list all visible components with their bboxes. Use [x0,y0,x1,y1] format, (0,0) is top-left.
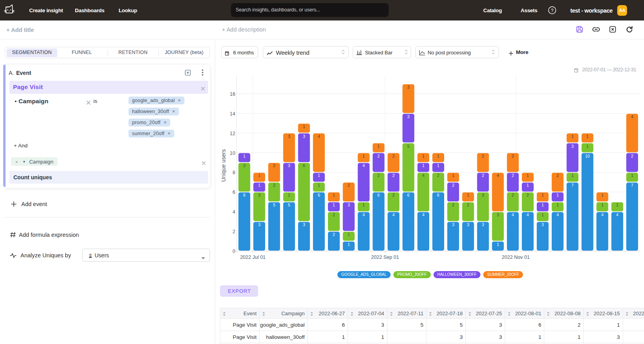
svg-text:1: 1 [437,154,439,158]
svg-text:1: 1 [452,173,454,178]
svg-text:6: 6 [303,163,305,168]
svg-text:1: 1 [348,232,350,237]
svg-text:1: 1 [467,193,469,197]
svg-text:2: 2 [557,173,559,178]
svg-text:3: 3 [571,144,574,149]
svg-text:5: 5 [273,203,275,207]
svg-text:2: 2 [512,193,514,197]
svg-text:2: 2 [527,193,529,197]
svg-text:3: 3 [542,222,544,227]
svg-text:7: 7 [571,183,574,188]
svg-text:1: 1 [571,173,574,178]
svg-text:2: 2 [273,183,275,188]
svg-text:1: 1 [571,134,574,139]
svg-text:1: 1 [348,242,350,247]
svg-text:3: 3 [452,222,454,227]
svg-text:3: 3 [258,193,261,197]
svg-text:4: 4 [512,212,514,217]
svg-text:3: 3 [348,203,350,207]
svg-text:2: 2 [452,183,454,188]
svg-text:1: 1 [616,203,618,207]
svg-text:2: 2 [233,229,235,234]
svg-text:10: 10 [585,154,590,158]
svg-text:1: 1 [631,173,633,178]
svg-text:1: 1 [363,203,365,207]
svg-text:4: 4 [616,212,618,217]
svg-text:3: 3 [497,212,499,217]
svg-text:2: 2 [512,173,514,178]
svg-text:1: 1 [586,134,589,139]
svg-text:2: 2 [437,173,439,178]
svg-text:1: 1 [542,212,544,217]
svg-text:2: 2 [467,203,469,207]
svg-text:2: 2 [378,173,380,178]
svg-text:1: 1 [243,154,246,158]
svg-text:4: 4 [422,173,424,178]
svg-text:1: 1 [303,124,305,129]
svg-text:2022 Nov 01: 2022 Nov 01 [502,255,530,260]
svg-text:12: 12 [230,131,235,136]
svg-text:0: 0 [233,249,235,254]
svg-text:2: 2 [482,154,484,158]
svg-text:5: 5 [288,203,290,207]
svg-text:5: 5 [407,144,409,149]
svg-text:2: 2 [348,183,350,188]
svg-text:1: 1 [542,203,544,207]
svg-text:3: 3 [407,114,409,119]
svg-text:Unique users: Unique users [220,149,227,182]
svg-text:4: 4 [233,209,235,215]
svg-text:1: 1 [333,193,335,197]
svg-text:1: 1 [422,163,424,168]
svg-text:2: 2 [512,154,514,158]
svg-text:6: 6 [243,193,246,197]
svg-text:16: 16 [230,91,235,97]
svg-text:6: 6 [437,193,439,197]
svg-text:2: 2 [392,154,395,158]
svg-text:1: 1 [258,173,261,178]
svg-text:1: 1 [318,183,320,188]
svg-text:1: 1 [601,193,603,197]
svg-text:6: 6 [233,190,235,195]
svg-text:2: 2 [452,203,454,207]
svg-text:3: 3 [243,163,246,168]
svg-text:4: 4 [527,212,529,217]
svg-text:8: 8 [233,170,235,175]
svg-text:1: 1 [288,193,290,197]
svg-text:2: 2 [333,212,335,217]
svg-text:3: 3 [258,222,261,227]
svg-text:2: 2 [378,154,380,158]
svg-text:1: 1 [422,154,424,158]
svg-text:7: 7 [631,183,633,188]
svg-text:1: 1 [557,203,559,207]
svg-text:1: 1 [333,203,335,207]
svg-text:4: 4 [557,212,559,217]
svg-text:1: 1 [497,242,499,247]
svg-text:4: 4 [497,173,499,178]
svg-text:2022 Sep 01: 2022 Sep 01 [371,255,399,260]
svg-text:1: 1 [542,193,544,197]
svg-text:1: 1 [557,193,559,197]
svg-text:10: 10 [230,151,235,156]
svg-text:4: 4 [363,163,365,168]
svg-text:3: 3 [482,193,484,197]
svg-text:1: 1 [527,183,529,188]
svg-text:4: 4 [318,134,320,139]
svg-text:3: 3 [288,163,290,168]
svg-text:3: 3 [303,222,305,227]
svg-text:2022 Jul 01: 2022 Jul 01 [240,255,266,260]
svg-text:2: 2 [482,173,484,178]
svg-text:4: 4 [601,212,603,217]
svg-text:2: 2 [333,232,335,237]
svg-text:3: 3 [288,134,290,139]
svg-text:1: 1 [318,173,320,178]
svg-text:1: 1 [258,183,261,188]
svg-text:14: 14 [230,111,235,117]
svg-text:1: 1 [378,144,380,149]
svg-text:1: 1 [437,163,439,168]
svg-text:2: 2 [273,163,275,168]
svg-text:2: 2 [392,173,395,178]
svg-text:6: 6 [407,193,409,197]
svg-text:3: 3 [303,134,305,139]
svg-text:6: 6 [318,193,320,197]
svg-text:3: 3 [407,85,409,89]
